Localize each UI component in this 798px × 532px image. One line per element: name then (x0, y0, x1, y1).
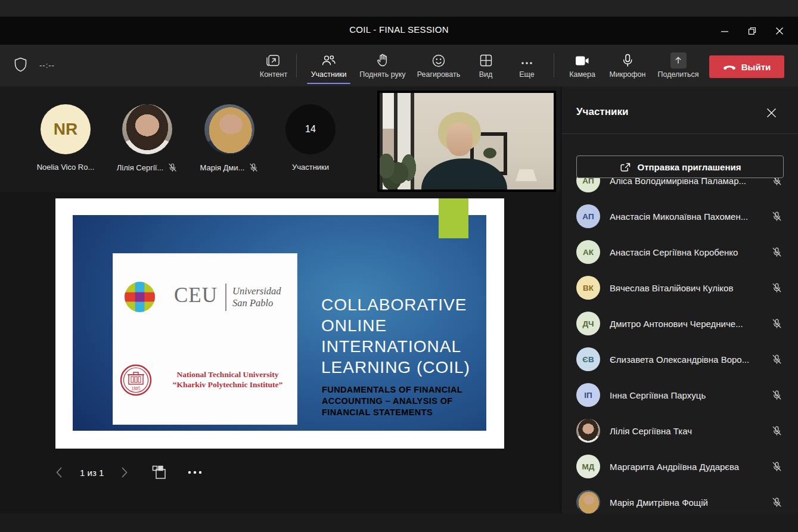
mic-off-icon (771, 211, 783, 222)
tab-label: Поднять руку (359, 70, 405, 79)
video-plant (377, 150, 423, 192)
participant-row[interactable]: Лілія Сергіївна Ткач (561, 413, 798, 449)
mic-off-icon (249, 163, 259, 173)
restore-button[interactable] (738, 17, 766, 45)
participant-name: Марія Дми... (200, 163, 259, 173)
toolbar-divider (554, 54, 554, 77)
participant-row[interactable]: Марія Дмитрівна Фощій (561, 484, 798, 514)
participants-label: Участники (292, 163, 329, 172)
participant-name: Дмитро Антонович Чередниче... (610, 319, 766, 329)
participant-name: Єлизавета Олександрівна Воро... (610, 354, 766, 365)
avatar-photo (576, 419, 600, 443)
participant-row[interactable]: ЄВ Єлизавета Олександрівна Воро... (561, 341, 798, 377)
minimize-icon (721, 27, 729, 35)
avatar: ІП (576, 383, 600, 407)
panel-header: Участники (561, 86, 798, 133)
ntu-seal-icon: 1885 (120, 364, 152, 396)
participant-row[interactable]: ВК Вячеслав Віталійович Куліков (561, 270, 798, 306)
share-tray-button[interactable]: Поделиться (651, 45, 705, 86)
ntu-logo: 1885 National Technical University “Khar… (119, 364, 294, 400)
mic-off-icon (771, 461, 783, 472)
video-person-face (446, 123, 473, 156)
microphone-icon (620, 53, 635, 69)
avatar: АП (576, 204, 600, 228)
slide-logo-card: CEU Universidad San Pablo (113, 254, 297, 424)
tab-content[interactable]: Контент (253, 45, 294, 86)
camera-button[interactable]: Камера (561, 45, 604, 86)
participant-name: Лілія Сергіївна Ткач (610, 426, 766, 436)
filmstrip-participant[interactable]: Лілія Сергії... (111, 104, 183, 173)
close-icon (775, 27, 784, 35)
hangup-icon (723, 63, 736, 70)
participant-row[interactable]: МД Маргарита Андріївна Дударєва (561, 449, 798, 484)
microphone-button[interactable]: Микрофон (604, 45, 651, 86)
ceu-logo: CEU Universidad San Pablo (123, 280, 290, 315)
participant-row[interactable]: АК Анастасія Сергіївна Коробенко (561, 234, 798, 270)
mic-off-icon (771, 497, 783, 508)
presentation-slide: COLLABORATIVE ONLINE INTERNATIONAL LEARN… (55, 198, 504, 449)
panel-divider (561, 133, 798, 134)
mic-off-icon (771, 390, 783, 401)
tab-react[interactable]: Реагировать (412, 45, 465, 86)
participant-name: Noelia Vico Ro... (37, 163, 95, 172)
window-titlebar: COIL - FINAL SESSION (0, 17, 798, 45)
device-label: Поделиться (657, 70, 698, 79)
device-label: Камера (569, 70, 595, 79)
next-slide-button[interactable] (119, 466, 130, 479)
mic-off-icon (771, 318, 783, 329)
avatar: ВК (576, 276, 600, 300)
close-button[interactable] (766, 17, 793, 45)
share-tray-icon (670, 53, 687, 69)
grid-icon (479, 53, 493, 69)
shield-icon (13, 57, 28, 73)
filmstrip-overflow-count[interactable]: 14 Участники (275, 104, 346, 172)
tab-more[interactable]: Еще (508, 45, 546, 86)
tab-label: Контент (260, 70, 287, 79)
previous-slide-button[interactable] (54, 466, 64, 479)
filmstrip-participant[interactable]: NR Noelia Vico Ro... (30, 104, 101, 172)
slide-more-options-button[interactable] (187, 470, 204, 475)
tab-label: Реагировать (417, 70, 461, 79)
avatar: ДЧ (576, 312, 600, 335)
slide-green-accent (439, 198, 468, 238)
participant-name: Інна Сергіївна Пархуць (610, 390, 766, 400)
send-invite-button[interactable]: Отправка приглашения (576, 155, 784, 178)
ceu-divider (225, 284, 226, 311)
tab-view[interactable]: Вид (468, 45, 503, 86)
avatar: NR (41, 104, 91, 154)
toolbar-divider (296, 54, 297, 77)
avatar: МД (576, 455, 600, 478)
participant-row[interactable]: ДЧ Дмитро Антонович Чередниче... (561, 306, 798, 341)
camera-icon (574, 53, 591, 69)
avatar: АК (576, 240, 600, 264)
tab-participants[interactable]: Участники (303, 45, 354, 86)
minimize-button[interactable] (711, 17, 738, 45)
close-icon (766, 108, 777, 118)
avatar-photo (576, 490, 600, 514)
slide-page-indicator: 1 из 1 (80, 468, 104, 478)
window-title: COIL - FINAL SESSION (0, 24, 798, 35)
desktop-top-strip (0, 0, 798, 17)
mic-off-icon (771, 247, 783, 258)
avatar-photo (122, 104, 172, 154)
tab-label: Участники (311, 70, 347, 79)
speaker-video-tile[interactable] (377, 91, 556, 192)
people-icon (321, 53, 337, 69)
participant-row[interactable]: АП Анастасія Миколаївна Пахомен... (561, 198, 798, 234)
ceu-acronym: CEU (174, 284, 218, 307)
participant-row[interactable]: ІП Інна Сергіївна Пархуць (561, 377, 798, 413)
avatar-initials: NR (54, 120, 77, 139)
device-label: Микрофон (610, 70, 646, 79)
ntu-university-name: National Technical University “Kharkiv P… (157, 369, 299, 390)
tab-label: Вид (479, 70, 493, 79)
thumbnail-view-button[interactable] (151, 465, 167, 480)
panel-close-button[interactable] (764, 105, 779, 120)
tab-raise-hand[interactable]: Поднять руку (354, 45, 411, 86)
send-invite-label: Отправка приглашения (638, 162, 741, 172)
mic-off-icon (771, 282, 783, 294)
raise-hand-icon (375, 53, 390, 69)
leave-button[interactable]: Выйти (709, 55, 784, 78)
svg-text:1885: 1885 (132, 386, 141, 391)
window-controls (711, 17, 793, 45)
filmstrip-participant[interactable]: Марія Дми... (194, 104, 265, 173)
